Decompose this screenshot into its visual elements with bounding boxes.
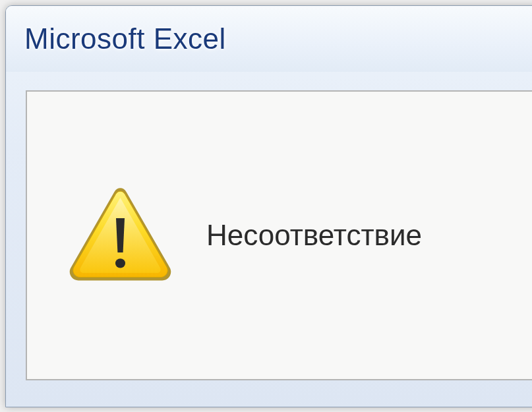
svg-point-0 (115, 258, 125, 268)
dialog-window: Microsoft Excel (5, 5, 532, 407)
warning-icon (60, 186, 180, 285)
titlebar[interactable]: Microsoft Excel (6, 6, 532, 72)
dialog-title: Microsoft Excel (24, 22, 226, 55)
dialog-message: Несоответствие (206, 219, 422, 252)
content-panel: Несоответствие (26, 90, 532, 380)
